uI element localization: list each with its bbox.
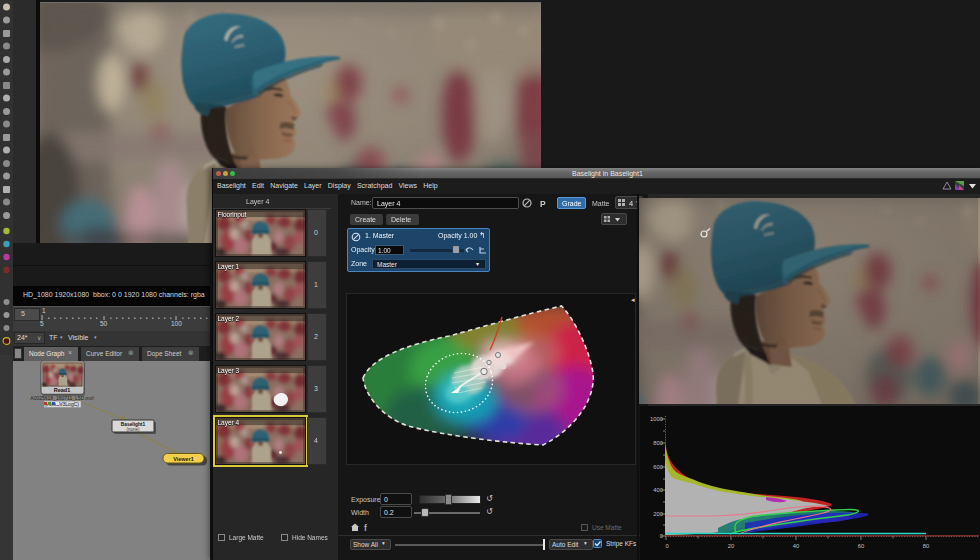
svg-text:1: 1: [42, 307, 46, 314]
svg-text:50: 50: [100, 320, 108, 327]
svg-text:f: f: [364, 523, 367, 532]
svg-text:400: 400: [653, 487, 663, 493]
svg-text:60: 60: [858, 543, 864, 549]
svg-text:4: 4: [629, 199, 633, 208]
svg-text:1000: 1000: [650, 416, 663, 422]
svg-text:40: 40: [793, 543, 799, 549]
svg-text:(none): (none): [126, 427, 140, 432]
svg-text:100: 100: [171, 320, 182, 327]
svg-text:Viewer1: Viewer1: [173, 456, 194, 462]
svg-text:200: 200: [653, 511, 663, 517]
svg-text:800: 800: [653, 440, 663, 446]
svg-text:Read1: Read1: [54, 387, 71, 393]
svg-text:5: 5: [40, 320, 44, 327]
svg-text:0: 0: [660, 533, 663, 539]
svg-text:A0025618_160711_L5D.mxf: A0025618_160711_L5D.mxf: [30, 395, 94, 401]
svg-text:600: 600: [653, 464, 663, 470]
svg-text:0: 0: [665, 543, 668, 549]
svg-text:20: 20: [728, 543, 734, 549]
svg-text:P: P: [540, 199, 546, 209]
svg-text:80: 80: [923, 543, 929, 549]
